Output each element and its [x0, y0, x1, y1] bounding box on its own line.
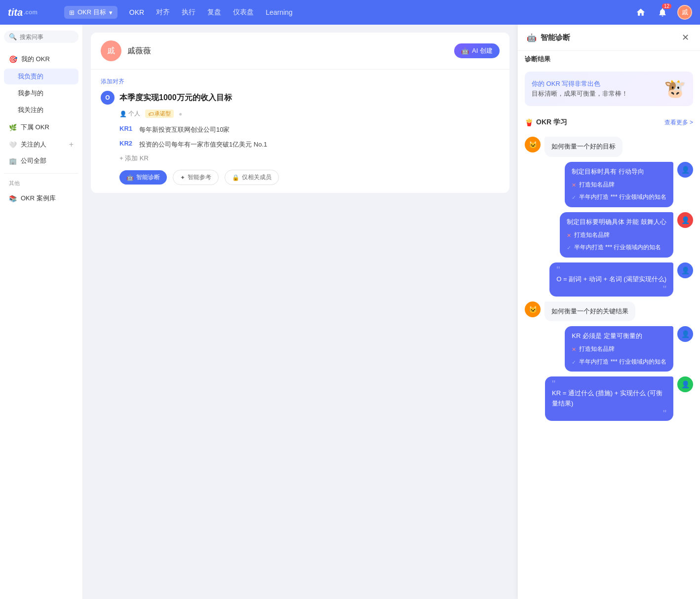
sidebar: 🔍 🎯 我的 OKR 我负责的 我参与的 我关注的 🌿 下属 OKR 🤍 关注的…	[0, 25, 83, 599]
nav-right: 12 戚	[634, 5, 692, 20]
diagnosis-button[interactable]: 🤖 智能诊断	[119, 170, 167, 185]
sub-text-3-1: 打造知名品牌	[574, 230, 610, 240]
company-icon: 🏢	[9, 157, 17, 165]
tag-dot: ●	[179, 111, 182, 117]
learning-icon: 🍟	[525, 118, 533, 126]
search-input[interactable]	[20, 34, 74, 40]
chat-message-6: 👤 KR 必须是 定量可衡量的 ✕ 打造知名品牌 ✓ 半年内打造 *** 行业领…	[525, 326, 693, 372]
chat-bubble-3: 制定目标要明确具体 并能 鼓舞人心 ✕ 打造知名品牌 ✓ 半年内打造 *** 行…	[560, 212, 673, 258]
person-label: 个人	[128, 110, 140, 118]
check-icon-2-2: ✓	[572, 193, 576, 202]
sub-text-2-2: 半年内打造 *** 行业领域内的知名	[579, 192, 666, 202]
heart-icon: 🤍	[9, 141, 17, 149]
add-follow-icon[interactable]: +	[69, 140, 74, 149]
profile-name: 戚薇薇	[127, 46, 151, 56]
reference-label: 智能参考	[188, 173, 211, 182]
chat-bubble-4: " O = 副词 + 动词 + 名词 (渴望实现什么) "	[549, 262, 673, 297]
sidebar-label-follow-people: 关注的人	[21, 140, 46, 149]
chat-avatar-2: 👤	[677, 162, 693, 178]
nav-item-review[interactable]: 复盘	[207, 6, 221, 19]
grid-icon: ⊞	[69, 9, 75, 16]
ai-create-button[interactable]: 🤖 AI 创建	[454, 43, 500, 58]
add-kr-button[interactable]: + 添加 KR	[101, 154, 500, 163]
kr2-row: KR2 投资的公司每年有一家市值突破1亿美元 No.1	[101, 140, 500, 150]
home-button[interactable]	[634, 5, 648, 19]
members-button[interactable]: 🔒 仅相关成员	[225, 170, 279, 185]
chat-bubble-3-text: 制定目标要明确具体 并能 鼓舞人心	[567, 218, 666, 225]
type-label: 承诺型	[155, 110, 171, 117]
sidebar-item-participating[interactable]: 我参与的	[4, 85, 78, 101]
chat-message-3: 👤 制定目标要明确具体 并能 鼓舞人心 ✕ 打造知名品牌 ✓ 半年内打造 ***…	[525, 212, 693, 258]
sidebar-label-okr-case: OKR 案例库	[21, 194, 56, 203]
view-more-label: 查看更多 >	[664, 118, 693, 127]
panel-title-icon: 🤖	[527, 33, 537, 42]
nav-item-okr[interactable]: OKR	[129, 6, 144, 18]
kr2-label: KR2	[119, 140, 134, 147]
panel-title-text: 智能诊断	[541, 33, 570, 42]
reference-button[interactable]: ✦ 智能参考	[173, 170, 219, 185]
main-layout: 🔍 🎯 我的 OKR 我负责的 我参与的 我关注的 🌿 下属 OKR 🤍 关注的…	[0, 25, 700, 599]
notification-badge: 12	[662, 3, 671, 9]
nav-item-dashboard[interactable]: 仪表盘	[233, 6, 254, 19]
sidebar-other-label: 其他	[4, 178, 78, 189]
sidebar-item-following[interactable]: 我关注的	[4, 102, 78, 118]
sub-text-6-2: 半年内打造 *** 行业领域内的知名	[579, 357, 666, 367]
sidebar-label-my-okr: 我的 OKR	[21, 55, 50, 64]
chevron-down-icon: ▾	[109, 9, 113, 16]
chat-avatar-3: 👤	[677, 212, 693, 228]
sub-text-2-1: 打造知名品牌	[579, 180, 615, 189]
okr-title: 本季度实现1000万元的收入目标	[119, 93, 232, 103]
add-align-link[interactable]: 添加对齐	[101, 77, 500, 86]
sidebar-item-responsible[interactable]: 我负责的	[4, 69, 78, 84]
sidebar-item-follow-people[interactable]: 🤍 关注的人 +	[4, 137, 78, 152]
notification-button[interactable]: 12	[656, 5, 669, 19]
okr-title-row: O 本季度实现1000万元的收入目标	[101, 91, 500, 105]
person-icon: 👤	[119, 111, 127, 117]
case-icon: 📚	[9, 195, 17, 202]
sidebar-item-company-all[interactable]: 🏢 公司全部	[4, 152, 78, 169]
chat-area[interactable]: 🐱 如何衡量一个好的目标 👤 制定目标时具有 行动导向 ✕ 打造知名品牌 ✓ 半…	[518, 133, 700, 599]
diagnosis-mascot: 🐮	[664, 78, 686, 99]
chat-avatar-4: 👤	[677, 262, 693, 278]
sidebar-item-sub-okr[interactable]: 🌿 下属 OKR	[4, 119, 78, 136]
okr-card: 添加对齐 O 本季度实现1000万元的收入目标 👤 个人 🏷 承诺型 ● KR1…	[91, 70, 509, 193]
nav-item-align[interactable]: 对齐	[156, 6, 170, 19]
target-icon: 🎯	[9, 55, 17, 63]
right-panel: 🤖 智能诊断 ✕ 诊断结果 你的 OKR 写得非常出色 目标清晰，成果可衡量，非…	[517, 25, 700, 599]
nav-item-learning[interactable]: Learning	[266, 6, 293, 18]
members-label: 仅相关成员	[242, 173, 272, 182]
sidebar-item-okr-case[interactable]: 📚 OKR 案例库	[4, 190, 78, 207]
profile-header: 戚 戚薇薇 🤖 AI 创建	[91, 33, 509, 70]
sub-item-6-2: ✓ 半年内打造 *** 行业领域内的知名	[572, 357, 666, 367]
sidebar-item-my-okr[interactable]: 🎯 我的 OKR	[4, 51, 78, 68]
user-avatar[interactable]: 戚	[677, 5, 692, 20]
profile-section: 戚 戚薇薇 🤖 AI 创建	[91, 33, 509, 70]
kr2-text: 投资的公司每年有一家市值突破1亿美元 No.1	[139, 140, 267, 150]
chat-avatar-6: 👤	[677, 326, 693, 342]
close-button[interactable]: ✕	[679, 32, 691, 43]
chat-bubble-7: " KR = 通过什么 (措施) + 实现什么 (可衡量结果) "	[545, 376, 673, 421]
chat-bubble-4-text: O = 副词 + 动词 + 名词 (渴望实现什么)	[556, 275, 666, 283]
sub-item-2-1: ✕ 打造知名品牌	[572, 180, 666, 190]
main-content: 戚 戚薇薇 🤖 AI 创建 添加对齐 O 本季度实现1000万元的收入目标 👤 …	[83, 25, 517, 599]
diagnosis-line1: 你的 OKR 写得非常出色	[532, 79, 628, 88]
nav-okr-target[interactable]: ⊞ OKR 目标 ▾	[64, 6, 117, 19]
chat-bubble-2-text: 制定目标时具有 行动导向	[572, 168, 644, 175]
diagnosis-line2: 目标清晰，成果可衡量，非常棒！	[532, 89, 628, 98]
kr1-label: KR1	[119, 125, 134, 132]
kr1-text: 每年新投资互联网创业公司10家	[139, 125, 230, 135]
sidebar-label-participating: 我参与的	[18, 89, 43, 98]
okr-circle-icon: O	[101, 91, 115, 105]
diagnosis-icon: 🤖	[126, 174, 134, 181]
sidebar-label-sub-okr: 下属 OKR	[21, 123, 49, 132]
search-box[interactable]: 🔍	[4, 31, 78, 43]
chat-message-1: 🐱 如何衡量一个好的目标	[525, 137, 693, 157]
chat-avatar-5: 🐱	[525, 301, 541, 317]
chat-bubble-6: KR 必须是 定量可衡量的 ✕ 打造知名品牌 ✓ 半年内打造 *** 行业领域内…	[565, 326, 673, 372]
top-navigation: tita .com ⊞ OKR 目标 ▾ OKR 对齐 执行 复盘 仪表盘 Le…	[0, 0, 700, 25]
sub-okr-icon: 🌿	[9, 124, 17, 131]
learning-section-header: 🍟 OKR 学习 查看更多 >	[518, 114, 700, 131]
nav-item-execute[interactable]: 执行	[182, 6, 195, 19]
check-icon-3-2: ✓	[567, 244, 571, 253]
view-more-link[interactable]: 查看更多 >	[664, 118, 693, 127]
